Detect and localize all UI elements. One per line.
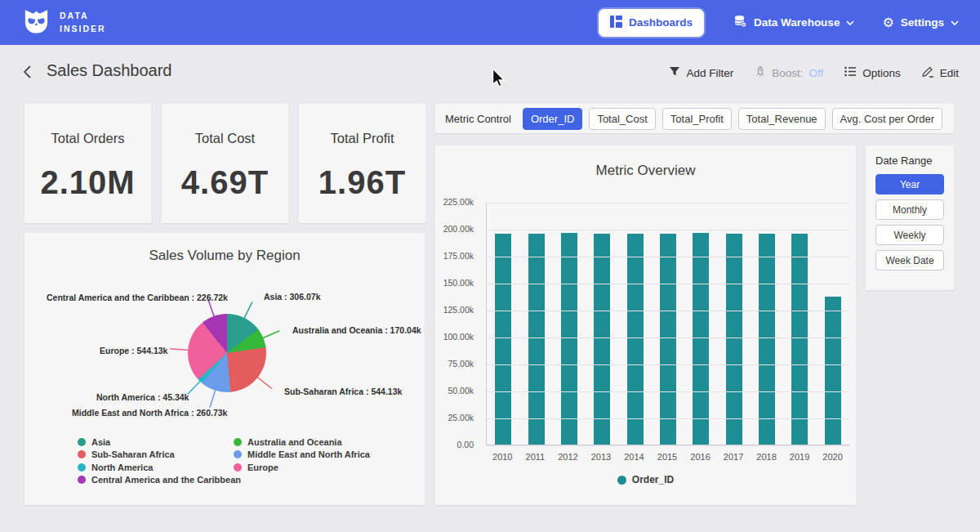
- gridline: [487, 230, 849, 230]
- pie-legend-column-2: Australia and OceaniaMiddle East and Nor…: [234, 436, 370, 474]
- legend-dot: [78, 450, 86, 458]
- data-warehouse-menu[interactable]: Data Warehouse: [733, 15, 854, 30]
- pie-leader-line: [170, 349, 189, 351]
- date-range-label: Date Range: [875, 154, 944, 167]
- y-tick-label: 0.00: [457, 440, 474, 449]
- gridline: [487, 338, 849, 338]
- y-tick-label: 200.00k: [443, 224, 474, 234]
- pie-chart-card: Sales Volume by Region Asia : 306.07kAus…: [24, 233, 425, 505]
- pie-callout-label: Asia : 306.07k: [264, 292, 320, 302]
- gridline: [487, 391, 849, 392]
- date-range-button-monthly[interactable]: Monthly: [875, 199, 944, 220]
- x-tick-label: 2013: [591, 452, 611, 462]
- pie-callout-label: Sub-Saharan Africa : 544.13k: [284, 387, 402, 396]
- x-tick-label: 2011: [526, 452, 546, 462]
- legend-item[interactable]: Europe: [234, 461, 370, 474]
- gridline: [487, 418, 849, 419]
- bar-series: [487, 203, 849, 445]
- x-tick-label: 2014: [624, 452, 644, 462]
- legend-item[interactable]: Asia: [78, 436, 241, 449]
- x-axis-labels: 2010201120122013201420152016201720182019…: [486, 452, 849, 462]
- metric-button-order-id[interactable]: Order_ID: [523, 108, 582, 130]
- metric-button-total-profit[interactable]: Total_Profit: [662, 108, 732, 130]
- bar-2017[interactable]: [726, 234, 742, 445]
- navbar: DATA INSIDER Dashboards: [0, 0, 980, 45]
- database-icon: [733, 15, 747, 30]
- edit-button[interactable]: Edit: [922, 65, 959, 80]
- bar-2013[interactable]: [594, 234, 610, 445]
- options-button[interactable]: Options: [844, 66, 901, 79]
- bar-2011[interactable]: [528, 234, 545, 445]
- bar-2020[interactable]: [825, 297, 841, 445]
- metric-button-avg-cost-per-order[interactable]: Avg. Cost per Order: [832, 108, 942, 130]
- pie-callout-label: Central America and the Caribbean : 226.…: [47, 293, 228, 302]
- date-range-panel: Date Range Year Monthly Weekly Week Date: [866, 145, 954, 290]
- legend-item[interactable]: Sub-Saharan Africa: [78, 449, 241, 462]
- bar-2012[interactable]: [561, 233, 577, 445]
- legend-dot: [78, 476, 86, 484]
- kpi-card-total-orders: Total Orders 2.10M: [24, 104, 151, 223]
- legend-label: North America: [91, 463, 153, 472]
- edit-label: Edit: [940, 67, 959, 79]
- legend-label: Sub-Saharan Africa: [91, 449, 175, 459]
- mouse-cursor: [490, 69, 508, 91]
- metric-control-bar: Metric Control Order_ID Total_Cost Total…: [435, 104, 954, 133]
- plot-area: [486, 203, 849, 445]
- gear-icon: ⚙: [882, 16, 893, 29]
- gridline: [487, 257, 849, 257]
- y-tick-label: 25.00k: [448, 413, 474, 422]
- pie-callout-label: Middle East and North Africa : 260.73k: [72, 408, 227, 418]
- date-range-button-weekly[interactable]: Weekly: [875, 225, 944, 245]
- dashboards-button[interactable]: Dashboards: [597, 7, 706, 38]
- legend-item[interactable]: Australia and Oceania: [234, 436, 370, 449]
- y-tick-label: 175.00k: [443, 251, 474, 261]
- add-filter-label: Add Filter: [686, 67, 733, 79]
- metric-button-total-cost[interactable]: Total_Cost: [589, 108, 655, 130]
- back-button[interactable]: [22, 65, 33, 83]
- legend-label: Asia: [91, 437, 110, 447]
- legend-item[interactable]: Middle East and North Africa: [234, 449, 370, 462]
- bar-2010[interactable]: [495, 234, 511, 445]
- metric-overview-chart-card: Metric Overview 225.00k200.00k175.00k150…: [435, 145, 856, 505]
- legend-item[interactable]: North America: [78, 461, 241, 474]
- gridline: [487, 203, 849, 203]
- bar-2018[interactable]: [759, 234, 775, 445]
- legend-dot: [234, 438, 242, 446]
- brand: DATA INSIDER: [21, 7, 106, 38]
- chevron-down-icon: [951, 16, 959, 29]
- date-range-button-year[interactable]: Year: [875, 174, 944, 194]
- bar-2015[interactable]: [660, 234, 676, 445]
- bar-2019[interactable]: [791, 234, 808, 445]
- add-filter-button[interactable]: Add Filter: [669, 66, 733, 79]
- dashboards-icon: [610, 16, 622, 30]
- gridline: [487, 364, 849, 365]
- pie[interactable]: [188, 314, 266, 392]
- legend-dot: [78, 463, 86, 472]
- dashboards-label: Dashboards: [629, 16, 693, 29]
- pie-legend-column-1: AsiaSub-Saharan AfricaNorth AmericaCentr…: [78, 436, 241, 486]
- boost-label: Boost:: [772, 67, 803, 79]
- kpi-value: 4.69T: [162, 164, 288, 201]
- boost-toggle[interactable]: Boost: Off: [755, 65, 823, 80]
- legend-dot: [234, 463, 242, 472]
- settings-menu[interactable]: ⚙ Settings: [882, 16, 959, 29]
- chart-title: Metric Overview: [435, 163, 856, 179]
- pie-leader-line: [210, 390, 216, 408]
- filter-icon: [669, 66, 680, 79]
- gridline: [487, 445, 849, 446]
- kpi-label: Total Profit: [299, 131, 425, 146]
- pie-leader-line: [257, 377, 272, 388]
- y-tick-label: 50.00k: [448, 386, 474, 396]
- metric-button-total-revenue[interactable]: Total_Revenue: [738, 108, 826, 130]
- date-range-button-week-date[interactable]: Week Date: [875, 250, 944, 270]
- pie-leader-line: [262, 331, 279, 338]
- pie-leader-line: [244, 302, 252, 319]
- legend-label: Order_ID: [632, 474, 674, 485]
- bar-2014[interactable]: [627, 234, 644, 445]
- y-tick-label: 150.00k: [443, 278, 474, 288]
- bar-2016[interactable]: [693, 233, 709, 445]
- kpi-row: Total Orders 2.10M Total Cost 4.69T Tota…: [24, 104, 425, 223]
- legend-item[interactable]: Central America and the Caribbean: [78, 474, 241, 487]
- chart-legend[interactable]: Order_ID: [435, 474, 856, 485]
- brand-name: DATA INSIDER: [60, 10, 106, 34]
